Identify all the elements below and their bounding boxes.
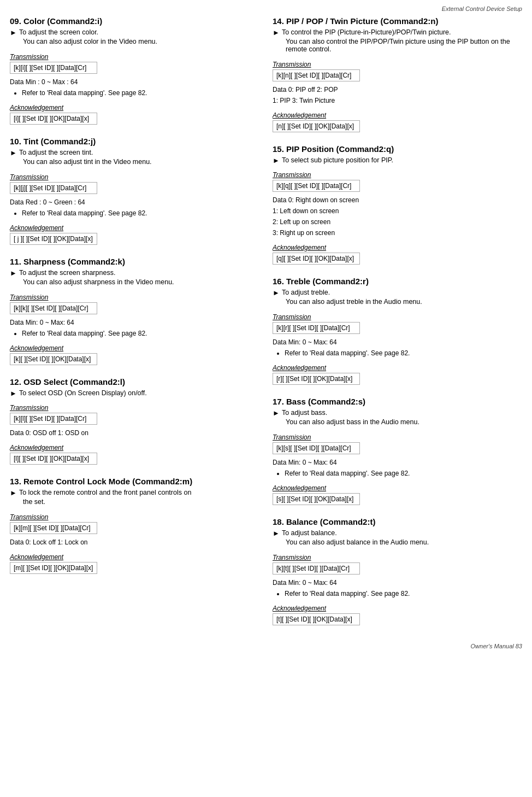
section-18-ack-label: Acknowledgement [273, 605, 522, 612]
section-10-bullets: Refer to 'Real data mapping'. See page 8… [22, 208, 259, 218]
section-12-transmission-label: Transmission [10, 404, 259, 412]
section-14-transmission-code: [k][n][ ][Set ID][ ][Data][Cr] [273, 69, 360, 81]
right-column: 14. PIP / POP / Twin Picture (Command2:n… [273, 16, 522, 637]
section-16-data-line-0: Data Min: 0 ~ Max: 64 [273, 337, 522, 347]
section-14-data-line-0: Data 0: PIP off 2: POP [273, 85, 522, 95]
section-18-arrow-text: To adjust balance. [282, 529, 337, 537]
section-18-bullet-0: Refer to 'Real data mapping'. See page 8… [285, 589, 522, 599]
section-09: 09. Color (Command2:i)►To adjust the scr… [10, 16, 259, 127]
section-10-arrow: ►To adjust the screen tint. [10, 149, 259, 157]
section-17-ack-code: [s][ ][Set ID][ ][OK][Data][x] [273, 493, 360, 505]
arrow-icon: ► [273, 156, 280, 165]
section-09-ack-code: [i][ ][Set ID][ ][OK][Data][x] [10, 113, 97, 125]
section-14-arrow-subtext: You can also control the PIP/POP/Twin pi… [286, 38, 522, 53]
section-13-transmission-code: [k][m][ ][Set ID][ ][Data][Cr] [10, 522, 97, 534]
section-14-arrow-text: To control the PIP (Picture-in-Picture)/… [282, 28, 451, 36]
section-18-transmission-code: [k][t][ ][Set ID][ ][Data][Cr] [273, 562, 360, 575]
section-18-arrow: ►To adjust balance. [273, 529, 522, 537]
section-09-bullet-0: Refer to 'Real data mapping'. See page 8… [22, 88, 259, 98]
section-14-arrow: ►To control the PIP (Picture-in-Picture)… [273, 28, 522, 37]
section-13: 13. Remote Control Lock Mode (Command2:m… [10, 477, 259, 576]
section-18: 18. Balance (Command2:t)►To adjust balan… [273, 517, 522, 628]
section-17-data-line-0: Data Min: 0 ~ Max: 64 [273, 458, 522, 467]
arrow-icon: ► [273, 28, 280, 37]
section-11-arrow: ►To adjust the screen sharpness. [10, 269, 259, 277]
section-16-ack-code: [r][ ][Set ID][ ][OK][Data][x] [273, 373, 360, 385]
section-15-data-line-3: 3: Right up on screen [273, 228, 522, 238]
section-16-ack-label: Acknowledgement [273, 364, 522, 372]
section-12-transmission-code: [k][l][ ][Set ID][ ][Data][Cr] [10, 413, 97, 425]
section-14-ack-label: Acknowledgement [273, 112, 522, 119]
section-10-arrow-text: To adjust the screen tint. [19, 149, 93, 156]
section-16-transmission-code: [k][r][ ][Set ID][ ][Data][Cr] [273, 322, 360, 334]
section-18-bullets: Refer to 'Real data mapping'. See page 8… [285, 589, 522, 599]
section-11-bullets: Refer to 'Real data mapping'. See page 8… [22, 329, 259, 338]
section-11-transmission-label: Transmission [10, 294, 259, 301]
section-13-transmission-label: Transmission [10, 513, 259, 521]
section-17-bullet-0: Refer to 'Real data mapping'. See page 8… [285, 468, 522, 478]
section-10-title: 10. Tint (Command2:j) [10, 137, 259, 146]
section-13-data-line-0: Data 0: Lock off 1: Lock on [10, 537, 259, 547]
section-15-data-line-1: 1: Left down on screen [273, 206, 522, 216]
arrow-icon: ► [273, 289, 280, 297]
left-column: 09. Color (Command2:i)►To adjust the scr… [10, 16, 259, 637]
arrow-icon: ► [10, 28, 17, 37]
section-12: 12. OSD Select (Command2:l)►To select OS… [10, 377, 259, 467]
section-09-arrow: ►To adjust the screen color. [10, 28, 259, 37]
section-11-data-line-0: Data Min: 0 ~ Max: 64 [10, 318, 259, 327]
section-14-data-line-1: 1: PIP 3: Twin Picture [273, 96, 522, 106]
section-17-title: 17. Bass (Command2:s) [273, 397, 522, 406]
section-09-bullets: Refer to 'Real data mapping'. See page 8… [22, 88, 259, 98]
section-12-ack-label: Acknowledgement [10, 444, 259, 452]
arrow-icon: ► [273, 409, 280, 417]
section-10: 10. Tint (Command2:j)►To adjust the scre… [10, 137, 259, 247]
section-11-ack-code: [k][ ][Set ID][ ][OK][Data][x] [10, 353, 97, 365]
section-14: 14. PIP / POP / Twin Picture (Command2:n… [273, 16, 522, 134]
page-footer: Owner's Manual 83 [10, 643, 522, 649]
section-16-bullet-0: Refer to 'Real data mapping'. See page 8… [285, 348, 522, 358]
section-17-arrow: ►To adjust bass. [273, 409, 522, 417]
section-10-ack-code: [ j ][ ][Set ID][ ][OK][Data][x] [10, 233, 97, 245]
page-header: External Control Device Setup [10, 5, 522, 12]
section-10-bullet-0: Refer to 'Real data mapping'. See page 8… [22, 208, 259, 218]
section-17: 17. Bass (Command2:s)►To adjust bass.You… [273, 397, 522, 507]
section-11-ack-label: Acknowledgement [10, 344, 259, 352]
section-14-title: 14. PIP / POP / Twin Picture (Command2:n… [273, 16, 522, 26]
section-16-bullets: Refer to 'Real data mapping'. See page 8… [285, 348, 522, 358]
section-15-data-line-0: Data 0: Right down on screen [273, 195, 522, 205]
section-18-arrow-subtext: You can also adjust balance in the Audio… [286, 538, 522, 546]
section-11: 11. Sharpness (Command2:k)►To adjust the… [10, 257, 259, 367]
section-12-arrow-text: To select OSD (On Screen Display) on/off… [19, 389, 147, 397]
section-11-arrow-subtext: You can also adjust sharpness in the Vid… [23, 278, 259, 286]
section-13-ack-label: Acknowledgement [10, 553, 259, 561]
section-16-arrow: ►To adjust treble. [273, 289, 522, 297]
section-13-ack-code: [m][ ][Set ID][ ][OK][Data][x] [10, 562, 97, 574]
section-16-arrow-subtext: You can also adjust treble in the Audio … [286, 298, 522, 306]
section-10-data-line-0: Data Red : 0 ~ Green : 64 [10, 197, 259, 207]
section-17-arrow-subtext: You can also adjust bass in the Audio me… [286, 418, 522, 426]
section-09-ack-label: Acknowledgement [10, 104, 259, 112]
section-13-arrow: ►To lock the remote control and the fron… [10, 489, 259, 497]
section-15-ack-code: [q][ ][Set ID][ ][OK][Data][x] [273, 253, 360, 265]
section-11-arrow-text: To adjust the screen sharpness. [19, 269, 116, 277]
section-10-transmission-code: [k][j][ ][Set ID][ ][Data][Cr] [10, 182, 97, 194]
section-09-arrow-text: To adjust the screen color. [19, 28, 98, 36]
section-18-transmission-label: Transmission [273, 554, 522, 561]
section-12-data-line-0: Data 0: OSD off 1: OSD on [10, 428, 259, 438]
section-17-bullets: Refer to 'Real data mapping'. See page 8… [285, 468, 522, 478]
section-15-transmission-code: [k][q][ ][Set ID][ ][Data][Cr] [273, 180, 360, 192]
section-11-title: 11. Sharpness (Command2:k) [10, 257, 259, 266]
section-15-transmission-label: Transmission [273, 171, 522, 179]
arrow-icon: ► [10, 149, 17, 157]
section-17-transmission-label: Transmission [273, 433, 522, 441]
section-17-transmission-code: [k][s][ ][Set ID][ ][Data][Cr] [273, 442, 360, 454]
section-09-arrow-subtext: You can also adjust color in the Video m… [23, 38, 259, 45]
section-16-transmission-label: Transmission [273, 313, 522, 321]
arrow-icon: ► [10, 269, 17, 277]
section-10-arrow-subtext: You can also adjust tint in the Video me… [23, 158, 259, 166]
section-15-title: 15. PIP Position (Command2:q) [273, 144, 522, 154]
section-15-arrow: ►To select sub picture position for PIP. [273, 156, 522, 165]
section-18-data-line-0: Data Min: 0 ~ Max: 64 [273, 578, 522, 588]
section-13-arrow-text: To lock the remote control and the front… [19, 489, 191, 496]
section-15-ack-label: Acknowledgement [273, 244, 522, 251]
